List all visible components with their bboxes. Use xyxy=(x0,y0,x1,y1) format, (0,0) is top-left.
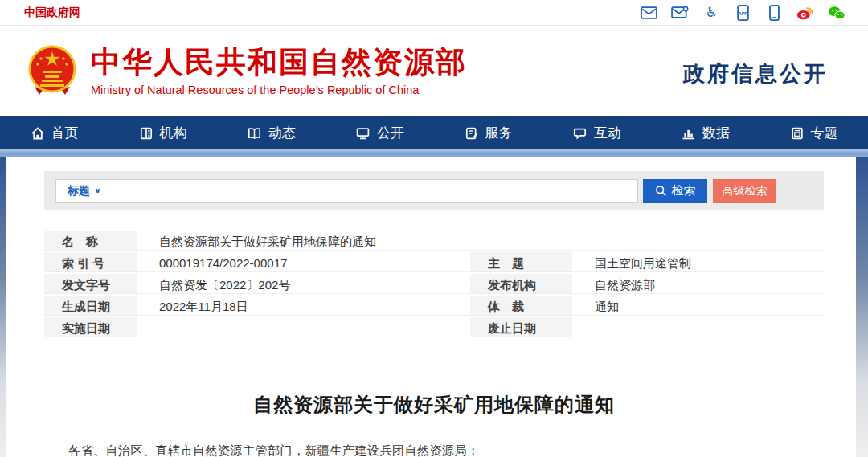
content-panel: 标题 ∨ 检索 高级检索 名 称 自然资源部关于做好采矿用地保障的通知 xyxy=(6,157,856,457)
brand: 中华人民共和国自然资源部 Ministry of Natural Resourc… xyxy=(27,45,467,98)
search-field-dropdown[interactable]: 标题 ∨ xyxy=(56,184,109,198)
table-row: 名 称 自然资源部关于做好采矿用地保障的通知 xyxy=(44,231,824,252)
china-gov-link[interactable]: 中国政府网 xyxy=(24,6,80,20)
meta-label-genre: 体 裁 xyxy=(470,296,572,316)
search-icon xyxy=(655,185,667,197)
nav-label: 服务 xyxy=(485,124,513,142)
mail-icon[interactable] xyxy=(640,5,657,21)
meta-value-created-date: 2022年11月18日 xyxy=(137,296,470,316)
weibo-icon[interactable] xyxy=(796,5,814,21)
nav-label: 首页 xyxy=(51,124,79,142)
meta-value-subject: 国土空间用途管制 xyxy=(572,252,824,272)
search-input[interactable] xyxy=(109,181,637,202)
advanced-search-button[interactable]: 高级检索 xyxy=(713,179,776,203)
nav-item-data[interactable]: 数据 xyxy=(651,116,760,149)
top-utility-bar: 中国政府网 ♿ APP xyxy=(0,0,868,26)
brand-text: 中华人民共和国自然资源部 Ministry of Natural Resourc… xyxy=(91,46,467,96)
search-button-label: 检索 xyxy=(672,183,696,198)
topbar-icons: ♿ APP xyxy=(640,5,845,21)
search-field-label: 标题 xyxy=(68,184,90,198)
nav-item-service[interactable]: 服务 xyxy=(434,116,542,149)
service-icon xyxy=(465,126,479,141)
wechat-icon[interactable] xyxy=(828,5,845,21)
meta-label-name: 名 称 xyxy=(44,231,137,251)
news-icon xyxy=(247,126,262,141)
home-icon xyxy=(31,126,45,141)
meta-value-repeal-date xyxy=(572,317,824,337)
chevron-down-icon: ∨ xyxy=(94,186,101,194)
meta-value-issuer: 自然资源部 xyxy=(572,274,824,294)
national-emblem-icon xyxy=(27,45,78,98)
meta-value-genre: 通知 xyxy=(572,296,824,316)
mail-subscribe-icon[interactable] xyxy=(671,5,689,21)
data-icon xyxy=(681,126,696,141)
site-title: 中华人民共和国自然资源部 xyxy=(91,46,467,80)
page-background: 标题 ∨ 检索 高级检索 名 称 自然资源部关于做好采矿用地保障的通知 xyxy=(0,157,868,457)
meta-value-docnumber: 自然资发〔2022〕202号 xyxy=(137,274,470,294)
meta-label-index: 索 引 号 xyxy=(44,252,137,272)
nav-item-topics[interactable]: 专题 xyxy=(760,116,868,149)
page: 中国政府网 ♿ APP xyxy=(0,0,868,457)
table-row: 生成日期 2022年11月18日 体 裁 通知 xyxy=(44,296,824,317)
nav-label: 数据 xyxy=(702,124,730,142)
svg-text:APP: APP xyxy=(738,10,747,15)
meta-label-effective-date: 实施日期 xyxy=(44,317,137,337)
disclosure-icon xyxy=(355,126,371,141)
search-button[interactable]: 检索 xyxy=(643,179,707,203)
nav-label: 动态 xyxy=(268,124,296,142)
gov-info-disclosure-title: 政府信息公开 xyxy=(683,59,828,88)
primary-nav: 首页 机构 动态 公开 服务 互动 数据 专题 xyxy=(0,116,868,149)
masthead: 中华人民共和国自然资源部 Ministry of Natural Resourc… xyxy=(0,26,868,116)
article-title: 自然资源部关于做好采矿用地保障的通知 xyxy=(44,392,824,418)
organization-icon xyxy=(139,126,154,141)
meta-label-docnumber: 发文字号 xyxy=(44,274,137,294)
meta-label-subject: 主 题 xyxy=(470,252,572,272)
mobile-icon[interactable] xyxy=(765,5,783,21)
nav-label: 互动 xyxy=(594,124,621,142)
nav-label: 专题 xyxy=(811,124,838,142)
advanced-search-label: 高级检索 xyxy=(723,184,768,198)
article-first-line: 各省、自治区、直辖市自然资源主管部门，新疆生产建设兵团自然资源局： xyxy=(44,443,824,457)
nav-item-organization[interactable]: 机构 xyxy=(108,116,217,149)
search-box: 标题 ∨ xyxy=(55,179,638,203)
table-row: 实施日期 废止日期 xyxy=(44,317,824,339)
table-row: 发文字号 自然资发〔2022〕202号 发布机构 自然资源部 xyxy=(44,274,824,296)
meta-value-index: 000019174/2022-00017 xyxy=(137,252,470,272)
meta-label-created-date: 生成日期 xyxy=(44,296,137,316)
meta-label-repeal-date: 废止日期 xyxy=(470,317,572,337)
nav-label: 机构 xyxy=(160,124,187,142)
meta-value-name: 自然资源部关于做好采矿用地保障的通知 xyxy=(137,231,824,251)
site-subtitle: Ministry of Natural Resources of the Peo… xyxy=(91,84,467,96)
accessibility-icon[interactable]: ♿ xyxy=(702,5,720,21)
nav-item-news[interactable]: 动态 xyxy=(217,116,326,149)
table-row: 索 引 号 000019174/2022-00017 主 题 国土空间用途管制 xyxy=(44,252,824,274)
meta-label-issuer: 发布机构 xyxy=(470,274,572,294)
interaction-icon xyxy=(572,126,588,141)
app-icon[interactable]: APP xyxy=(734,5,751,21)
nav-bottom-strip xyxy=(0,149,868,157)
search-panel: 标题 ∨ 检索 高级检索 xyxy=(44,171,824,210)
nav-item-home[interactable]: 首页 xyxy=(0,116,108,149)
doc-meta-table: 名 称 自然资源部关于做好采矿用地保障的通知 索 引 号 000019174/2… xyxy=(44,231,824,339)
nav-item-interaction[interactable]: 互动 xyxy=(542,116,651,149)
topics-icon xyxy=(790,126,805,141)
meta-value-effective-date xyxy=(137,317,470,337)
nav-item-disclosure[interactable]: 公开 xyxy=(326,116,434,149)
nav-label: 公开 xyxy=(377,124,404,142)
